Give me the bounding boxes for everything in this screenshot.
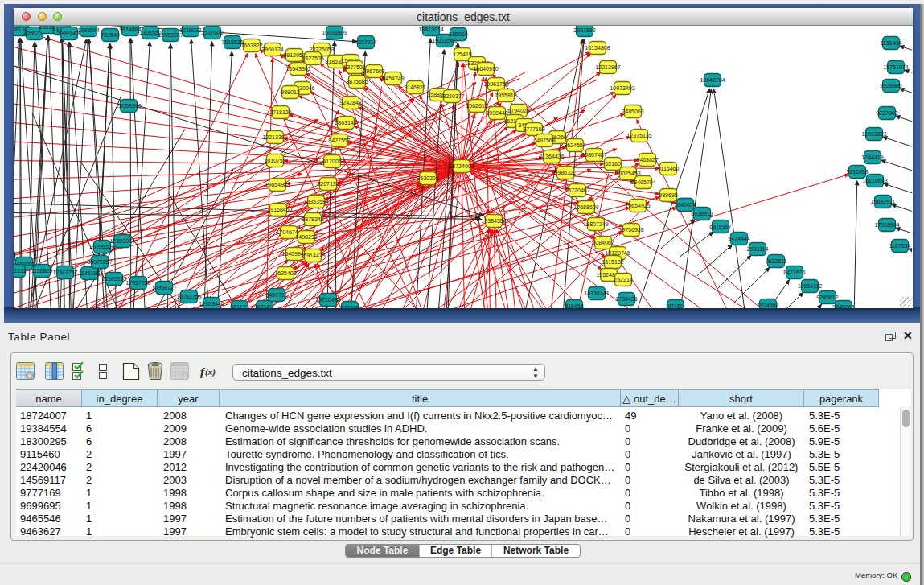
svg-text:17957255: 17957255 <box>125 280 150 286</box>
svg-text:16210643: 16210643 <box>862 178 887 183</box>
svg-text:12375135: 12375135 <box>626 133 651 138</box>
svg-text:2530205: 2530205 <box>417 175 438 181</box>
svg-text:17016504: 17016504 <box>874 222 899 228</box>
svg-text:10973493: 10973493 <box>610 85 634 91</box>
svg-text:1615132: 1615132 <box>602 259 623 265</box>
svg-text:(x): (x) <box>205 367 216 377</box>
svg-text:3624554: 3624554 <box>564 142 585 148</box>
svg-text:16033809: 16033809 <box>322 30 347 35</box>
svg-text:10688609: 10688609 <box>573 204 598 210</box>
svg-text:9115460: 9115460 <box>658 166 680 171</box>
svg-text:8267130: 8267130 <box>317 181 339 187</box>
svg-text:19654923: 19654923 <box>625 203 650 208</box>
svg-text:1010755: 1010755 <box>264 158 285 163</box>
svg-text:1024504: 1024504 <box>757 303 778 308</box>
svg-text:87341: 87341 <box>257 304 273 308</box>
svg-text:2087682: 2087682 <box>573 27 595 33</box>
svg-text:7625402: 7625402 <box>274 270 296 276</box>
svg-text:23495794: 23495794 <box>630 179 655 185</box>
svg-text:6497568: 6497568 <box>533 138 555 143</box>
svg-text:125419: 125419 <box>453 51 471 57</box>
svg-text:19384554: 19384554 <box>481 218 506 224</box>
svg-text:3875685: 3875685 <box>346 79 368 84</box>
svg-text:16154808: 16154808 <box>585 45 610 51</box>
svg-text:2803144: 2803144 <box>335 120 356 126</box>
svg-text:6879197: 6879197 <box>709 224 731 229</box>
svg-text:7515526: 7515526 <box>221 39 243 45</box>
svg-text:391511: 391511 <box>14 268 27 274</box>
svg-text:10025453: 10025453 <box>615 171 640 176</box>
svg-text:9227342: 9227342 <box>876 110 897 116</box>
svg-text:989695: 989695 <box>659 192 677 198</box>
svg-text:16553267: 16553267 <box>158 32 183 38</box>
svg-text:3878342: 3878342 <box>302 216 323 222</box>
svg-text:15751074: 15751074 <box>883 64 908 70</box>
svg-text:15720407: 15720407 <box>565 187 589 193</box>
svg-text:10807487: 10807487 <box>581 152 606 158</box>
svg-text:13716485: 13716485 <box>315 297 340 303</box>
svg-text:12213967: 12213967 <box>595 64 620 70</box>
svg-text:12505135: 12505135 <box>101 276 126 282</box>
svg-text:21364436: 21364436 <box>539 154 564 159</box>
svg-text:6794028: 6794028 <box>507 108 529 113</box>
svg-text:12023446: 12023446 <box>199 301 224 307</box>
svg-text:3215958: 3215958 <box>846 169 868 175</box>
svg-text:1527602: 1527602 <box>201 30 223 35</box>
svg-text:1145195: 1145195 <box>79 270 101 276</box>
svg-text:8454749: 8454749 <box>382 76 404 81</box>
svg-text:9146821: 9146821 <box>404 84 425 90</box>
svg-text:7632611: 7632611 <box>766 258 787 264</box>
svg-text:8471676: 8471676 <box>783 270 805 275</box>
svg-text:9245612: 9245612 <box>816 295 838 300</box>
svg-text:1156829: 1156829 <box>31 268 53 274</box>
svg-text:974506: 974506 <box>340 305 359 308</box>
svg-text:7955812: 7955812 <box>495 93 516 98</box>
svg-text:1640954: 1640954 <box>674 202 696 208</box>
svg-text:811180: 811180 <box>14 253 15 259</box>
svg-text:9463627: 9463627 <box>636 157 658 163</box>
svg-text:10654112: 10654112 <box>798 283 823 289</box>
svg-text:819455: 819455 <box>565 303 583 308</box>
svg-text:93075857: 93075857 <box>87 259 112 265</box>
svg-text:12342757: 12342757 <box>52 270 77 275</box>
svg-text:8938913: 8938913 <box>691 211 713 216</box>
svg-text:12359924: 12359924 <box>109 238 134 244</box>
svg-text:13353594: 13353594 <box>303 199 328 204</box>
svg-text:762540: 762540 <box>101 32 119 38</box>
svg-text:18724007: 18724007 <box>449 163 474 169</box>
svg-text:9614884: 9614884 <box>119 27 141 32</box>
svg-text:1151434: 1151434 <box>881 40 902 46</box>
svg-text:9084067: 9084067 <box>592 240 614 245</box>
svg-text:961123: 961123 <box>231 304 249 308</box>
svg-text:12093823: 12093823 <box>861 131 886 137</box>
svg-text:417006: 417006 <box>322 159 341 164</box>
svg-text:9474444: 9474444 <box>728 236 749 241</box>
svg-text:2718126: 2718126 <box>269 109 291 115</box>
svg-text:10648784: 10648784 <box>700 77 725 83</box>
svg-text:20206556: 20206556 <box>89 244 114 249</box>
svg-text:12213369: 12213369 <box>262 134 287 140</box>
svg-text:9245065: 9245065 <box>832 304 854 308</box>
svg-text:1244419: 1244419 <box>861 154 883 160</box>
svg-text:28053346: 28053346 <box>116 103 141 109</box>
svg-text:18807249: 18807249 <box>583 221 608 227</box>
svg-text:7485063: 7485063 <box>622 109 643 114</box>
svg-text:18220377: 18220377 <box>439 93 464 99</box>
svg-text:989012: 989012 <box>281 89 299 95</box>
svg-text:10958127: 10958127 <box>151 285 176 290</box>
svg-text:97450: 97450 <box>667 303 684 308</box>
svg-text:18813014: 18813014 <box>418 27 443 32</box>
svg-text:1827505: 1827505 <box>302 56 323 61</box>
svg-text:1498232: 1498232 <box>295 234 317 240</box>
svg-text:1562615: 1562615 <box>466 103 487 109</box>
svg-text:16640910: 16640910 <box>473 66 498 72</box>
svg-text:19756928: 19756928 <box>618 227 643 233</box>
svg-text:1733426: 1733426 <box>615 296 637 302</box>
svg-text:1093594: 1093594 <box>77 27 99 33</box>
svg-text:252214: 252214 <box>614 277 632 282</box>
svg-text:16914479: 16914479 <box>300 253 325 258</box>
svg-text:1167534: 1167534 <box>889 243 911 249</box>
svg-text:9242848: 9242848 <box>339 100 361 105</box>
svg-text:16782759: 16782759 <box>176 294 201 299</box>
svg-text:7663822: 7663822 <box>240 43 262 48</box>
